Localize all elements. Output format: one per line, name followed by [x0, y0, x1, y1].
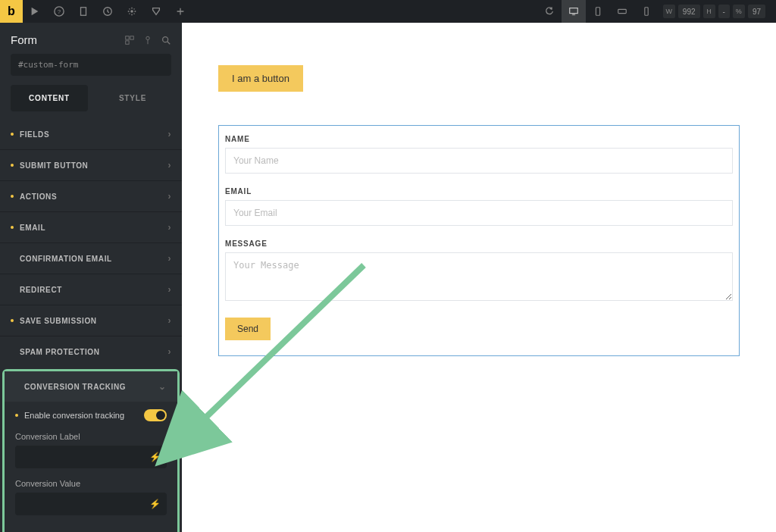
- form-name-label: NAME: [219, 132, 739, 148]
- svg-point-15: [146, 36, 149, 39]
- form-message-label: MESSAGE: [219, 236, 739, 252]
- svg-rect-3: [81, 8, 86, 16]
- inspector-sidebar: Form #custom-form CONTENT STYLE FIELDS ›…: [0, 23, 182, 532]
- device-tablet-landscape-button[interactable]: [610, 0, 634, 23]
- sections-list: FIELDS › SUBMIT BUTTON › ACTIONS › EMAIL…: [0, 119, 182, 532]
- section-submit-button[interactable]: SUBMIT BUTTON ›: [0, 149, 182, 180]
- chevron-right-icon: ›: [167, 315, 171, 326]
- app-logo[interactable]: b: [0, 0, 23, 23]
- section-label: REDIRECT: [20, 286, 62, 294]
- height-label: H: [703, 5, 715, 18]
- enable-conversion-label: Enable conversion tracking: [24, 411, 124, 420]
- device-tablet-portrait-button[interactable]: [586, 0, 610, 23]
- percent-label: %: [733, 5, 745, 18]
- width-label: W: [663, 5, 675, 18]
- section-confirmation-email[interactable]: CONFIRMATION EMAIL ›: [0, 243, 182, 274]
- chevron-right-icon: ›: [167, 191, 171, 202]
- enable-conversion-row: Enable conversion tracking: [15, 409, 167, 421]
- svg-rect-10: [618, 9, 627, 13]
- enable-conversion-toggle[interactable]: [144, 409, 167, 421]
- conversion-body: Enable conversion tracking Conversion La…: [5, 402, 177, 532]
- chevron-right-icon: ›: [167, 346, 171, 357]
- svg-rect-14: [126, 40, 129, 43]
- section-conversion-tracking-highlight: CONVERSION TRACKING ⌄ Enable conversion …: [2, 369, 180, 532]
- panel-header: Form: [0, 23, 182, 54]
- svg-rect-7: [570, 8, 578, 14]
- width-value[interactable]: 992: [678, 5, 700, 18]
- toolbar-left-group: ?: [23, 0, 192, 23]
- inspector-tabs: CONTENT STYLE: [11, 85, 171, 111]
- chevron-down-icon: ⌄: [158, 381, 167, 392]
- chevron-right-icon: ›: [167, 222, 171, 233]
- sample-button[interactable]: I am a button: [218, 65, 303, 92]
- play-icon[interactable]: [23, 0, 47, 23]
- help-icon[interactable]: ?: [47, 0, 71, 23]
- chevron-right-icon: ›: [167, 253, 171, 264]
- svg-point-5: [130, 10, 133, 13]
- svg-rect-9: [596, 8, 599, 16]
- canvas[interactable]: I am a button NAME EMAIL MESSAGE Send: [182, 23, 776, 532]
- section-save-submission[interactable]: SAVE SUBMISSION ›: [0, 305, 182, 336]
- form-name-input[interactable]: [225, 148, 733, 174]
- svg-rect-11: [645, 8, 648, 16]
- device-preview-group: [562, 0, 659, 23]
- section-label: SPAM PROTECTION: [20, 348, 99, 356]
- form-email-input[interactable]: [225, 200, 733, 226]
- conversion-label-fieldlabel: Conversion Label: [15, 432, 167, 441]
- form-element[interactable]: NAME EMAIL MESSAGE Send: [218, 125, 740, 356]
- section-email[interactable]: EMAIL ›: [0, 211, 182, 243]
- height-value[interactable]: -: [718, 5, 730, 18]
- svg-text:?: ?: [58, 8, 61, 15]
- svg-marker-0: [32, 8, 39, 16]
- section-label: CONVERSION TRACKING: [24, 383, 126, 391]
- search-icon[interactable]: [161, 35, 171, 45]
- tab-style[interactable]: STYLE: [94, 85, 171, 111]
- conversion-value-fieldlabel: Conversion Value: [15, 479, 167, 488]
- device-mobile-button[interactable]: [634, 0, 659, 23]
- section-label: ACTIONS: [20, 192, 57, 201]
- form-send-button[interactable]: Send: [225, 318, 271, 340]
- tab-content[interactable]: CONTENT: [11, 85, 88, 111]
- bolt-icon[interactable]: ⚡: [149, 452, 161, 462]
- svg-point-16: [163, 36, 168, 42]
- link-icon[interactable]: [142, 35, 153, 45]
- form-email-label: EMAIL: [219, 184, 739, 200]
- chevron-right-icon: ›: [167, 160, 171, 171]
- device-desktop-button[interactable]: [562, 0, 586, 23]
- section-actions[interactable]: ACTIONS ›: [0, 180, 182, 211]
- svg-rect-12: [126, 36, 129, 39]
- section-label: CONFIRMATION EMAIL: [20, 255, 112, 263]
- section-label: SUBMIT BUTTON: [20, 161, 88, 170]
- svg-rect-8: [572, 14, 575, 15]
- svg-rect-13: [130, 36, 133, 39]
- section-spam-protection[interactable]: SPAM PROTECTION ›: [0, 336, 182, 367]
- chevron-right-icon: ›: [167, 129, 171, 139]
- section-label: SAVE SUBMISSION: [20, 317, 97, 325]
- form-message-input[interactable]: [225, 252, 733, 301]
- css-selector-input[interactable]: #custom-form: [11, 54, 171, 76]
- conversion-label-input[interactable]: ⚡: [15, 446, 167, 468]
- code-icon[interactable]: [144, 0, 168, 23]
- refresh-icon[interactable]: [537, 0, 562, 23]
- section-redirect[interactable]: REDIRECT ›: [0, 274, 182, 305]
- chevron-right-icon: ›: [167, 284, 171, 295]
- section-conversion-tracking[interactable]: CONVERSION TRACKING ⌄: [5, 371, 177, 402]
- section-label: FIELDS: [20, 130, 49, 139]
- conversion-value-input[interactable]: ⚡: [15, 493, 167, 515]
- settings-icon[interactable]: [120, 0, 144, 23]
- section-fields[interactable]: FIELDS ›: [0, 119, 182, 149]
- section-label: EMAIL: [20, 224, 45, 232]
- structure-icon[interactable]: [124, 35, 135, 45]
- page-icon[interactable]: [71, 0, 95, 23]
- add-icon[interactable]: [168, 0, 192, 23]
- zoom-value[interactable]: 97: [748, 5, 765, 18]
- top-toolbar: b ? W 992 H - % 97: [0, 0, 776, 23]
- dimensions-group: W 992 H - % 97: [663, 5, 765, 18]
- panel-title: Form: [11, 33, 37, 46]
- history-icon[interactable]: [95, 0, 120, 23]
- bolt-icon[interactable]: ⚡: [149, 499, 161, 509]
